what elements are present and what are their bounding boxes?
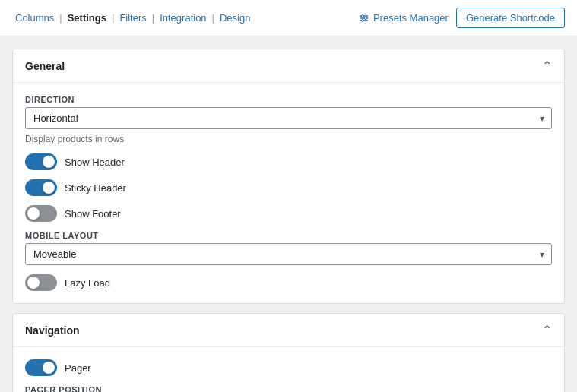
general-section: General ⌃ DIRECTION Horizontal Vertical … xyxy=(12,49,565,304)
show-footer-toggle[interactable] xyxy=(25,205,57,222)
navigation-section: Navigation ⌃ Pager PAGER POSITION Before… xyxy=(12,313,565,392)
svg-point-5 xyxy=(361,19,363,21)
pager-position-label: PAGER POSITION xyxy=(25,385,552,392)
nav-sep-3: | xyxy=(151,12,155,24)
navigation-collapse-icon[interactable]: ⌃ xyxy=(542,323,552,337)
nav-integration[interactable]: Integration xyxy=(157,12,209,24)
nav-filters[interactable]: Filters xyxy=(116,12,149,24)
mobile-layout-label: MOBILE LAYOUT xyxy=(25,231,552,240)
svg-point-4 xyxy=(364,17,366,19)
show-footer-row: Show Footer xyxy=(25,205,552,222)
direction-select-wrapper: Horizontal Vertical xyxy=(25,107,552,129)
lazy-load-row: Lazy Load xyxy=(25,274,552,291)
top-right-actions: Presets Manager Generate Shortcode xyxy=(359,8,565,28)
mobile-layout-select[interactable]: Moveable Fixed None xyxy=(25,243,552,265)
nav-sep-1: | xyxy=(59,12,62,24)
show-footer-label: Show Footer xyxy=(65,208,121,220)
direction-helper: Display products in rows xyxy=(25,134,552,144)
main-content: General ⌃ DIRECTION Horizontal Vertical … xyxy=(0,36,577,392)
top-navigation: Columns | Settings | Filters | Integrati… xyxy=(0,0,577,36)
direction-label: DIRECTION xyxy=(25,95,552,104)
show-header-slider xyxy=(25,153,57,170)
direction-field: DIRECTION Horizontal Vertical xyxy=(25,95,552,129)
lazy-load-label: Lazy Load xyxy=(65,277,110,289)
show-footer-slider xyxy=(25,205,57,222)
show-header-row: Show Header xyxy=(25,153,552,170)
nav-design[interactable]: Design xyxy=(217,12,253,24)
general-collapse-icon[interactable]: ⌃ xyxy=(542,58,552,73)
presets-label: Presets Manager xyxy=(373,12,449,24)
sticky-header-label: Sticky Header xyxy=(65,182,126,194)
sticky-header-toggle[interactable] xyxy=(25,179,57,196)
navigation-section-header: Navigation ⌃ xyxy=(13,314,564,347)
pager-row: Pager xyxy=(25,359,552,376)
show-header-toggle[interactable] xyxy=(25,153,57,170)
nav-sep-4: | xyxy=(211,12,215,24)
nav-sep-2: | xyxy=(111,12,115,24)
svg-point-3 xyxy=(361,14,363,17)
nav-settings[interactable]: Settings xyxy=(65,12,109,24)
general-section-title: General xyxy=(25,60,65,72)
mobile-layout-select-wrapper: Moveable Fixed None xyxy=(25,243,552,265)
navigation-section-body: Pager PAGER POSITION Before Table After … xyxy=(13,347,564,392)
presets-icon xyxy=(359,13,369,24)
lazy-load-toggle[interactable] xyxy=(25,274,57,291)
nav-columns[interactable]: Columns xyxy=(12,12,57,24)
show-header-label: Show Header xyxy=(65,156,125,168)
lazy-load-slider xyxy=(25,274,57,291)
pager-toggle[interactable] xyxy=(25,359,57,376)
presets-manager-button[interactable]: Presets Manager xyxy=(359,12,449,24)
general-section-header: General ⌃ xyxy=(13,49,564,83)
navigation-section-title: Navigation xyxy=(25,324,80,337)
mobile-layout-field: MOBILE LAYOUT Moveable Fixed None xyxy=(25,231,552,265)
generate-shortcode-button[interactable]: Generate Shortcode xyxy=(456,8,565,28)
pager-slider xyxy=(25,359,57,376)
sticky-header-row: Sticky Header xyxy=(25,179,552,196)
nav-links: Columns | Settings | Filters | Integrati… xyxy=(12,12,253,24)
direction-select[interactable]: Horizontal Vertical xyxy=(25,107,552,129)
pager-label: Pager xyxy=(65,362,91,374)
general-section-body: DIRECTION Horizontal Vertical Display pr… xyxy=(13,83,564,303)
pager-position-field: PAGER POSITION Before Table After Table … xyxy=(25,385,552,392)
sticky-header-slider xyxy=(25,179,57,196)
